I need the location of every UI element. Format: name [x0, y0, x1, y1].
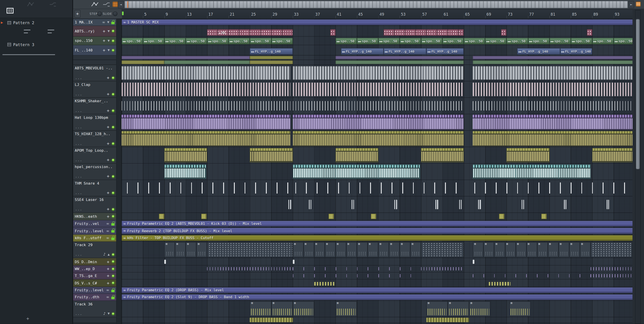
clip-auto[interactable]: ∞Fruity Parametric EQ 2 (DROP BASS) - Mi… [122, 287, 632, 293]
clip-midi36[interactable] [469, 301, 490, 316]
clip-midi36[interactable] [271, 301, 293, 316]
move-icon[interactable]: + [107, 191, 110, 195]
led-icon[interactable] [112, 260, 115, 263]
clip-clap[interactable] [473, 83, 632, 96]
clip-seg[interactable] [250, 56, 293, 59]
clip-shaker[interactable] [473, 101, 632, 111]
track-header-master-mix[interactable]: 1 MA..IX∞▼ [73, 19, 116, 26]
clip-midi[interactable] [526, 242, 537, 257]
clip-seg[interactable] [250, 60, 293, 64]
clip-spo[interactable]: ►►spo..50 [592, 38, 614, 44]
led-icon[interactable] [112, 215, 115, 218]
clip-tsh[interactable] [473, 131, 632, 146]
led-icon[interactable] [112, 191, 115, 194]
clip-pink[interactable] [437, 29, 448, 36]
clip-auto[interactable]: ∞kHs Filter - TOP BUILDUP FX BUSS - Cuto… [122, 235, 632, 241]
move-icon[interactable]: + [102, 39, 106, 43]
automation-dim-icon[interactable] [27, 2, 34, 8]
clip-hpel[interactable] [378, 164, 420, 179]
clip-shaker[interactable] [293, 101, 464, 111]
track-header-kshmr-shaker[interactable]: KSHMR_Shaker_.....+ [73, 98, 116, 114]
clip-spo[interactable]: ►►spo..50 [250, 38, 272, 44]
clip-snare[interactable] [474, 183, 632, 194]
clip-shaker[interactable] [122, 101, 291, 111]
clip-pink[interactable] [384, 29, 394, 36]
clip-midi36[interactable] [509, 301, 531, 316]
caret-icon[interactable]: ▼ [108, 29, 110, 33]
move-icon[interactable]: + [107, 207, 110, 211]
track-header-sse4-laser-16[interactable]: SSE4 Laser 16...+ [73, 196, 116, 213]
caret-icon[interactable]: ▼ [108, 49, 110, 52]
track-header-abts-pattern[interactable]: ABTS..ry)+▼ [73, 26, 116, 37]
link-icon[interactable]: ∞ [106, 229, 109, 233]
clip-pink[interactable] [260, 29, 271, 36]
clip-hkns[interactable] [328, 214, 334, 219]
clip-seg[interactable] [473, 56, 632, 59]
move-icon[interactable]: + [107, 174, 110, 178]
track-header-ds-d-dmin[interactable]: DS_D..Dmin+ [73, 258, 116, 265]
clip-pink[interactable] [405, 29, 416, 36]
more-options-icon[interactable]: ... [75, 175, 82, 178]
clip-midi36[interactable] [426, 301, 448, 316]
step-toggle[interactable] [98, 12, 102, 16]
clip-runfull[interactable] [426, 318, 469, 322]
clip-spo[interactable]: ►►spo..50 [528, 38, 550, 44]
clip-auto[interactable]: ∞Fruity Reeverb 2 (TOP BUILDUP FX BUSS) … [122, 228, 632, 234]
grid-color-icon[interactable] [112, 2, 118, 7]
caret-icon[interactable]: ▼ [107, 21, 109, 24]
clip-spo[interactable]: ►►spo..50 [143, 38, 164, 44]
move-icon[interactable]: + [107, 125, 110, 129]
track-header-fruity-reeverb-lane[interactable]: Fruity..level∞ [73, 227, 116, 235]
slide-toggle[interactable] [113, 12, 117, 16]
clip-fl[interactable]: ►►FL_HYP..g_140 [426, 48, 464, 55]
timeline-ruler[interactable]: 5913172125293337414549535761656973778185… [122, 10, 632, 19]
clip-pink[interactable] [271, 29, 282, 36]
clip-run[interactable] [314, 282, 336, 286]
clip-midi[interactable] [378, 242, 389, 257]
move-icon[interactable]: + [107, 274, 110, 278]
led-icon[interactable] [112, 274, 115, 277]
clip-midi36[interactable] [448, 301, 469, 316]
clip-ldense[interactable] [590, 267, 632, 270]
clip-pink[interactable] [587, 29, 592, 36]
add-track-button[interactable]: + [74, 10, 80, 18]
clip-tsh[interactable] [122, 131, 291, 146]
slide-dim-icon[interactable] [49, 2, 56, 8]
clip-spo[interactable]: ►►spo..50 [614, 38, 632, 44]
clip-spo[interactable]: ►►spo..50 [207, 38, 228, 44]
led-icon[interactable] [112, 208, 115, 211]
clip-snare[interactable] [127, 183, 291, 194]
lock-icon[interactable] [111, 296, 115, 299]
clip-spo[interactable]: ►►spo..50 [550, 38, 571, 44]
clip-seg[interactable] [164, 60, 250, 64]
clip-fl[interactable]: ►►FL_HYP..g_140 [341, 48, 384, 55]
clip-midi[interactable] [580, 242, 590, 257]
vertical-scrollbar[interactable] [635, 10, 641, 324]
clip-snare[interactable] [296, 183, 462, 194]
pattern-picker-icon[interactable] [6, 8, 14, 14]
clip-midi[interactable] [336, 242, 346, 257]
pattern-item-3[interactable]: Pattern 3 [0, 42, 72, 48]
clip-midi[interactable] [494, 242, 505, 257]
clip-midi[interactable] [175, 242, 186, 257]
lock-icon[interactable] [111, 230, 115, 233]
lock-icon[interactable] [111, 237, 115, 240]
clip-fl[interactable]: ►►FL_HYP..g_140 [560, 48, 592, 55]
clip-midi[interactable] [473, 242, 484, 257]
clip-apom[interactable] [506, 148, 549, 162]
clip-hpel[interactable] [293, 164, 336, 179]
clip-spo[interactable]: ►►spo..50 [378, 38, 400, 44]
clip-note[interactable] [473, 260, 474, 264]
clip-apom[interactable] [421, 148, 464, 162]
clip-midi[interactable] [558, 242, 569, 257]
caret-icon[interactable]: ▼ [108, 39, 110, 42]
track-header-ts-hihat-128[interactable]: TS_HIHAT_128_h.....+ [73, 131, 116, 147]
clip-seg[interactable] [336, 56, 464, 59]
clip-pink[interactable] [458, 29, 464, 36]
clip-seg[interactable] [122, 56, 250, 59]
move-icon[interactable]: + [107, 92, 110, 96]
clip-midi[interactable] [389, 242, 400, 257]
clip-clap[interactable] [122, 83, 291, 96]
note-icon[interactable]: ♪ [103, 311, 106, 315]
led-icon[interactable] [112, 30, 115, 33]
